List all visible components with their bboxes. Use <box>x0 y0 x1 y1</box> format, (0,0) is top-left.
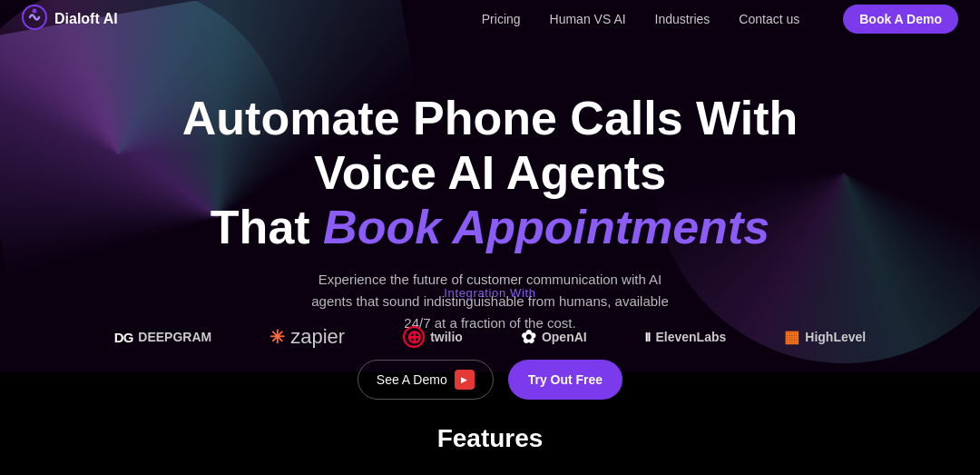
elevenlabs-icon: II <box>645 330 651 344</box>
deepgram-icon: DG <box>114 330 133 345</box>
logo-deepgram: DG DEEPGRAM <box>114 330 211 345</box>
nav-pricing[interactable]: Pricing <box>482 12 521 26</box>
see-demo-button[interactable]: See A Demo ▶ <box>358 360 494 400</box>
book-demo-button[interactable]: Book A Demo <box>843 5 958 34</box>
twilio-label: twilio <box>430 330 463 344</box>
try-free-button[interactable]: Try Out Free <box>508 360 622 400</box>
zapier-label: zapier <box>290 325 345 349</box>
features-title: Features <box>437 424 544 453</box>
openai-icon: ✿ <box>521 326 536 348</box>
see-demo-label: See A Demo <box>377 372 447 387</box>
highlevel-icon: ▦ <box>784 327 799 347</box>
navbar: Dialoft AI Pricing Human VS AI Industrie… <box>0 0 980 37</box>
logo-zapier: ✳ zapier <box>270 325 345 349</box>
integration-label: Integration With <box>444 286 535 300</box>
nav-human-vs-ai[interactable]: Human VS AI <box>550 12 626 26</box>
nav-industries[interactable]: Industries <box>655 12 710 26</box>
integration-logos: DG DEEPGRAM ✳ zapier ⊕ twilio ✿ OpenAI I… <box>78 325 902 349</box>
logo-elevenlabs: II ElevenLabs <box>645 330 727 344</box>
features-section: Features <box>0 402 980 475</box>
nav-contact[interactable]: Contact us <box>739 12 799 26</box>
integration-section: Integration With DG DEEPGRAM ✳ zapier ⊕ … <box>0 286 980 349</box>
brand-logo[interactable]: Dialoft AI <box>22 5 118 34</box>
hero-buttons: See A Demo ▶ Try Out Free <box>358 360 622 400</box>
zapier-icon: ✳ <box>270 326 285 348</box>
openai-label: OpenAI <box>542 330 587 344</box>
youtube-icon: ▶ <box>455 370 475 390</box>
deepgram-label: DEEPGRAM <box>138 330 211 344</box>
logo-highlevel: ▦ HighLevel <box>784 327 866 347</box>
elevenlabs-label: ElevenLabs <box>655 330 726 344</box>
nav-links: Pricing Human VS AI Industries Contact u… <box>482 5 958 34</box>
logo-icon <box>22 5 47 34</box>
svg-point-1 <box>33 8 37 13</box>
hero-title-line1: Automate Phone Calls With Voice AI Agent… <box>182 92 798 199</box>
highlevel-label: HighLevel <box>805 330 866 344</box>
brand-name: Dialoft AI <box>54 11 118 27</box>
twilio-icon: ⊕ <box>403 326 425 348</box>
hero-title-accent: Book Appointments <box>323 201 769 253</box>
hero-title-line2-plain: That <box>211 201 323 253</box>
hero-title: Automate Phone Calls With Voice AI Agent… <box>127 92 853 254</box>
logo-twilio: ⊕ twilio <box>403 326 463 348</box>
logo-openai: ✿ OpenAI <box>521 326 587 348</box>
